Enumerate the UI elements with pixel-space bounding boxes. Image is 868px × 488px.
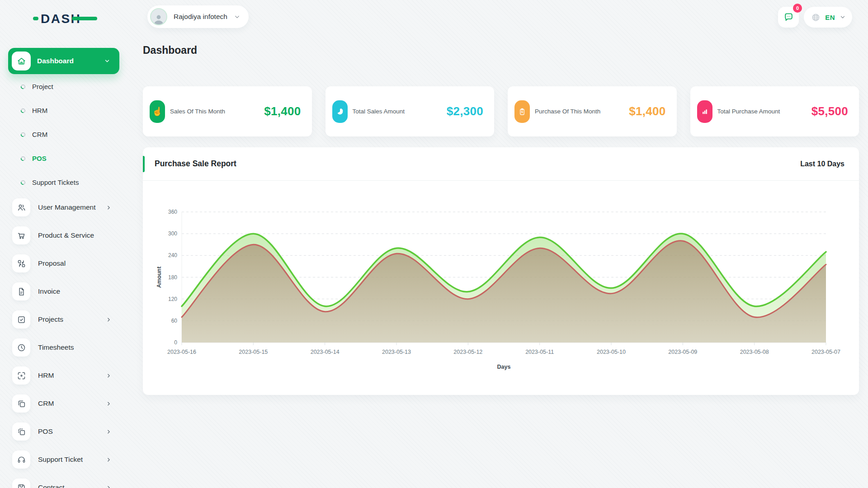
sidebar-item-user-management[interactable]: User Management — [0, 193, 129, 221]
sidebar-item-invoice[interactable]: Invoice — [0, 277, 129, 305]
save-icon — [12, 479, 30, 488]
document-icon — [12, 282, 30, 300]
pie-chart-icon — [332, 100, 348, 123]
stat-value: $1,400 — [629, 104, 665, 118]
chevron-down-icon — [104, 58, 110, 64]
sidebar-subitem-crm[interactable]: CRM — [0, 122, 129, 146]
sidebar-subitem-label: HRM — [32, 107, 47, 114]
main-content: Dashboard ☝ Sales Of This Month $1,400 T… — [143, 0, 859, 488]
sidebar-item-label: Dashboard — [37, 57, 74, 65]
stat-label: Sales Of This Month — [170, 108, 225, 115]
sidebar-item-label: CRM — [38, 399, 54, 408]
stat-card-total-purchase: Total Purchase Amount $5,500 — [690, 86, 859, 136]
chevron-right-icon — [106, 401, 112, 407]
sidebar-item-hrm[interactable]: HRM — [0, 361, 129, 389]
x-tick-label: 2023-05-08 — [740, 349, 769, 355]
dashboard-submenu: Project HRM CRM POS Support Tickets — [0, 75, 129, 194]
sidebar-item-label: Product & Service — [38, 231, 94, 239]
home-icon — [12, 52, 31, 70]
sidebar-item-label: Support Ticket — [38, 455, 83, 464]
clipboard-dollar-icon: $ — [514, 100, 530, 123]
y-tick-label: 120 — [168, 296, 177, 302]
chevron-right-icon — [106, 429, 112, 435]
cart-icon — [12, 226, 30, 244]
y-tick-label: 60 — [171, 318, 178, 324]
y-tick-label: 300 — [168, 230, 177, 237]
sidebar-item-projects[interactable]: Projects — [0, 305, 129, 333]
x-tick-label: 2023-05-12 — [453, 349, 482, 355]
sidebar-item-label: Contract — [38, 483, 65, 488]
sidebar-item-product-service[interactable]: Product & Service — [0, 221, 129, 249]
chevron-right-icon — [106, 373, 112, 379]
sidebar-subitem-hrm[interactable]: HRM — [0, 99, 129, 122]
sidebar-item-label: Projects — [38, 315, 63, 324]
report-title: Purchase Sale Report — [155, 159, 236, 169]
x-tick-label: 2023-05-09 — [668, 349, 697, 355]
x-tick-label: 2023-05-13 — [382, 349, 411, 355]
brand-logo-graphic: DASH — [33, 10, 101, 26]
sidebar-item-label: User Management — [38, 203, 96, 211]
bar-chart-icon — [697, 100, 712, 123]
sidebar-subitem-label: Project — [32, 83, 53, 90]
chevron-right-icon — [106, 485, 112, 488]
sidebar-item-label: Timesheets — [38, 343, 74, 352]
bullet-ring-icon — [20, 108, 26, 113]
sidebar-subitem-label: CRM — [32, 131, 47, 138]
stat-card-purchase-month: $ Purchase Of This Month $1,400 — [508, 86, 677, 136]
x-tick-label: 2023-05-11 — [525, 349, 554, 355]
clock-icon — [12, 338, 30, 357]
stat-card-total-sales: Total Sales Amount $2,300 — [326, 86, 495, 136]
scan-icon — [12, 366, 30, 385]
svg-text:$: $ — [521, 110, 523, 114]
sidebar-item-support-ticket[interactable]: Support Ticket — [0, 446, 129, 474]
sidebar-item-label: HRM — [38, 371, 54, 380]
sidebar-item-proposal[interactable]: Proposal — [0, 249, 129, 277]
headset-icon — [12, 450, 30, 469]
stat-value: $1,400 — [264, 104, 301, 118]
sidebar-menu: User Management Product & Service Propos… — [0, 193, 129, 488]
swap-boxes-icon — [12, 254, 30, 272]
purchase-sale-chart[interactable]: 0601201802403003602023-05-162023-05-1520… — [143, 181, 859, 395]
stat-card-sales-month: ☝ Sales Of This Month $1,400 — [143, 86, 312, 136]
sidebar: DASH Dashboard Project HRM CRM PO — [0, 0, 129, 488]
sidebar-item-label: POS — [38, 427, 53, 436]
stat-label: Purchase Of This Month — [535, 108, 600, 115]
sidebar-item-crm[interactable]: CRM — [0, 389, 129, 418]
sidebar-item-label: Invoice — [38, 287, 60, 296]
sidebar-item-contract[interactable]: Contract — [0, 474, 129, 488]
x-tick-label: 2023-05-14 — [311, 349, 340, 355]
copy-squares-icon — [12, 422, 30, 441]
sidebar-subitem-pos[interactable]: POS — [0, 146, 129, 170]
chart-x-labels: 2023-05-162023-05-152023-05-142023-05-13… — [167, 349, 840, 355]
y-tick-label: 360 — [168, 209, 177, 215]
stat-cards: ☝ Sales Of This Month $1,400 Total Sales… — [143, 86, 859, 136]
y-tick-label: 0 — [174, 339, 177, 346]
x-axis-title: Days — [497, 364, 511, 370]
sidebar-subitem-project[interactable]: Project — [0, 75, 129, 99]
task-check-icon — [12, 310, 30, 328]
brand-logo: DASH — [33, 10, 101, 26]
bullet-ring-icon — [20, 84, 26, 89]
sidebar-subitem-label: Support Tickets — [32, 178, 79, 186]
chevron-right-icon — [106, 457, 112, 463]
x-tick-label: 2023-05-15 — [239, 349, 268, 355]
stat-label: Total Sales Amount — [353, 108, 405, 115]
x-tick-label: 2023-05-10 — [597, 349, 626, 355]
page-title: Dashboard — [143, 44, 197, 56]
accent-bar — [143, 156, 145, 172]
tap-icon: ☝ — [150, 100, 165, 123]
stat-value: $5,500 — [811, 104, 848, 118]
y-tick-label: 240 — [168, 252, 177, 258]
x-tick-label: 2023-05-16 — [167, 349, 196, 355]
chevron-right-icon — [106, 317, 112, 323]
stat-label: Total Purchase Amount — [717, 108, 780, 115]
sidebar-subitem-support-tickets[interactable]: Support Tickets — [0, 170, 129, 194]
y-axis-title: Amount — [156, 266, 162, 288]
sidebar-item-dashboard[interactable]: Dashboard — [8, 48, 119, 74]
users-icon — [12, 198, 30, 216]
copy-squares-icon — [12, 394, 30, 413]
y-tick-label: 180 — [168, 274, 177, 281]
chevron-right-icon — [106, 205, 112, 211]
sidebar-item-timesheets[interactable]: Timesheets — [0, 333, 129, 361]
sidebar-item-pos[interactable]: POS — [0, 418, 129, 446]
